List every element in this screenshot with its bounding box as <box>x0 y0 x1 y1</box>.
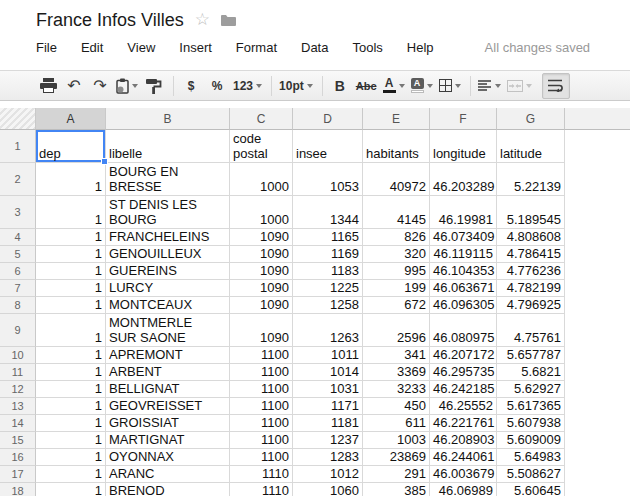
cell-B17[interactable]: ARANC <box>106 466 230 483</box>
row-header-5[interactable]: 5 <box>0 246 36 263</box>
cell-C13[interactable]: 1100 <box>230 398 293 415</box>
cell-E10[interactable]: 341 <box>363 347 430 364</box>
cell-G3[interactable]: 5.189545 <box>497 196 565 229</box>
cell-F1[interactable]: longitude <box>430 130 497 163</box>
cell-C14[interactable]: 1100 <box>230 415 293 432</box>
redo-button[interactable]: ↷ <box>90 74 110 98</box>
cell-E5[interactable]: 320 <box>363 246 430 263</box>
cell-G2[interactable]: 5.22139 <box>497 163 565 196</box>
text-color-caret[interactable] <box>399 84 405 88</box>
cell-B12[interactable]: BELLIGNAT <box>106 381 230 398</box>
menu-item-help[interactable]: Help <box>407 40 434 55</box>
cell-D13[interactable]: 1171 <box>293 398 363 415</box>
cell-F11[interactable]: 46.295735 <box>430 364 497 381</box>
column-header-B[interactable]: B <box>106 108 230 130</box>
cell-E9[interactable]: 2596 <box>363 314 430 347</box>
row-header-13[interactable]: 13 <box>0 398 36 415</box>
borders-button[interactable] <box>439 74 461 98</box>
cell-E2[interactable]: 40972 <box>363 163 430 196</box>
cell-G18[interactable]: 5.60645 <box>497 483 565 496</box>
cell-F5[interactable]: 46.119115 <box>430 246 497 263</box>
column-header-C[interactable]: C <box>230 108 293 130</box>
column-header-F[interactable]: F <box>430 108 497 130</box>
row-header-2[interactable]: 2 <box>0 163 36 196</box>
cell-C3[interactable]: 1000 <box>230 196 293 229</box>
cell-A15[interactable]: 1 <box>36 432 106 449</box>
menu-item-edit[interactable]: Edit <box>81 40 103 55</box>
row-header-15[interactable]: 15 <box>0 432 36 449</box>
cell-D12[interactable]: 1031 <box>293 381 363 398</box>
cell-F14[interactable]: 46.221761 <box>430 415 497 432</box>
cell-A7[interactable]: 1 <box>36 280 106 297</box>
star-icon[interactable]: ☆ <box>195 11 210 29</box>
menu-item-view[interactable]: View <box>127 40 155 55</box>
paint-format-button[interactable] <box>144 74 164 98</box>
cell-F3[interactable]: 46.19981 <box>430 196 497 229</box>
strikethrough-button[interactable]: Abc <box>356 74 377 98</box>
cell-D10[interactable]: 1011 <box>293 347 363 364</box>
cell-C2[interactable]: 1000 <box>230 163 293 196</box>
cell-G13[interactable]: 5.617365 <box>497 398 565 415</box>
cell-F4[interactable]: 46.073409 <box>430 229 497 246</box>
cell-C17[interactable]: 1110 <box>230 466 293 483</box>
bold-button[interactable]: B <box>330 74 350 98</box>
row-header-7[interactable]: 7 <box>0 280 36 297</box>
cell-B13[interactable]: GEOVREISSET <box>106 398 230 415</box>
cell-B8[interactable]: MONTCEAUX <box>106 297 230 314</box>
cell-G4[interactable]: 4.808608 <box>497 229 565 246</box>
cell-C1[interactable]: code postal <box>230 130 293 163</box>
font-size-button[interactable]: 10pt <box>279 74 313 98</box>
cell-F8[interactable]: 46.096305 <box>430 297 497 314</box>
cell-E8[interactable]: 672 <box>363 297 430 314</box>
cell-E3[interactable]: 4145 <box>363 196 430 229</box>
cell-C10[interactable]: 1100 <box>230 347 293 364</box>
cell-E12[interactable]: 3233 <box>363 381 430 398</box>
cell-C6[interactable]: 1090 <box>230 263 293 280</box>
cell-A12[interactable]: 1 <box>36 381 106 398</box>
cell-G10[interactable]: 5.657787 <box>497 347 565 364</box>
cell-F12[interactable]: 46.242185 <box>430 381 497 398</box>
cell-F18[interactable]: 46.06989 <box>430 483 497 496</box>
cell-D18[interactable]: 1060 <box>293 483 363 496</box>
cell-G8[interactable]: 4.796925 <box>497 297 565 314</box>
cell-D9[interactable]: 1263 <box>293 314 363 347</box>
cell-A6[interactable]: 1 <box>36 263 106 280</box>
cell-D8[interactable]: 1258 <box>293 297 363 314</box>
cell-E4[interactable]: 826 <box>363 229 430 246</box>
cell-E16[interactable]: 23869 <box>363 449 430 466</box>
cell-E15[interactable]: 1003 <box>363 432 430 449</box>
cell-G11[interactable]: 5.6821 <box>497 364 565 381</box>
cell-E14[interactable]: 611 <box>363 415 430 432</box>
cell-A8[interactable]: 1 <box>36 297 106 314</box>
cell-A5[interactable]: 1 <box>36 246 106 263</box>
cell-G9[interactable]: 4.75761 <box>497 314 565 347</box>
cell-B2[interactable]: BOURG EN BRESSE <box>106 163 230 196</box>
cell-F13[interactable]: 46.25552 <box>430 398 497 415</box>
number-format-caret[interactable] <box>256 84 262 88</box>
wrap-text-button[interactable] <box>542 73 570 99</box>
cell-F7[interactable]: 46.063671 <box>430 280 497 297</box>
row-header-1[interactable]: 1 <box>0 130 36 163</box>
cell-C4[interactable]: 1090 <box>230 229 293 246</box>
cell-G12[interactable]: 5.62927 <box>497 381 565 398</box>
row-header-3[interactable]: 3 <box>0 196 36 229</box>
cell-D11[interactable]: 1014 <box>293 364 363 381</box>
cell-A14[interactable]: 1 <box>36 415 106 432</box>
number-format-button[interactable]: 123 <box>233 74 262 98</box>
cell-D7[interactable]: 1225 <box>293 280 363 297</box>
font-size-caret[interactable] <box>307 84 313 88</box>
horizontal-align-button[interactable] <box>478 74 501 98</box>
cell-C15[interactable]: 1100 <box>230 432 293 449</box>
cell-D5[interactable]: 1169 <box>293 246 363 263</box>
row-header-11[interactable]: 11 <box>0 364 36 381</box>
cell-F2[interactable]: 46.203289 <box>430 163 497 196</box>
paste-button[interactable] <box>116 74 138 98</box>
cell-B18[interactable]: BRENOD <box>106 483 230 496</box>
fill-color-caret[interactable] <box>427 84 433 88</box>
cell-C16[interactable]: 1100 <box>230 449 293 466</box>
fill-color-button[interactable]: A <box>411 74 433 98</box>
cell-D17[interactable]: 1012 <box>293 466 363 483</box>
folder-icon[interactable] <box>221 14 236 26</box>
cell-C11[interactable]: 1100 <box>230 364 293 381</box>
cell-E11[interactable]: 3369 <box>363 364 430 381</box>
